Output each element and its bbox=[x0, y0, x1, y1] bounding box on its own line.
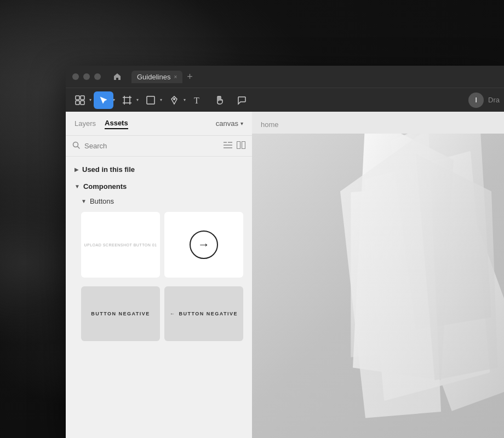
text-button-preview: UPLOAD SCREENSHOT BUTTON 01 bbox=[82, 241, 159, 249]
traffic-light-maximize[interactable] bbox=[94, 73, 101, 80]
canvas-selector[interactable]: canvas ▾ bbox=[216, 119, 243, 128]
main-content: Layers Assets canvas ▾ bbox=[66, 112, 504, 438]
svg-line-12 bbox=[78, 147, 80, 149]
search-input[interactable] bbox=[84, 142, 219, 150]
svg-rect-0 bbox=[76, 96, 79, 100]
list-view-button[interactable] bbox=[224, 141, 232, 151]
btn-negative-grid: BUTTON NEGATIVE ← BUTTON NEGATIVE bbox=[66, 284, 252, 348]
home-label: home bbox=[261, 120, 279, 129]
tabs-area: Guidelines × + bbox=[131, 71, 497, 83]
search-bar bbox=[66, 136, 252, 157]
tool-group-component: ▾ bbox=[70, 91, 91, 109]
tool-text[interactable]: T bbox=[188, 91, 208, 109]
tool-pen[interactable] bbox=[164, 91, 184, 109]
used-in-file-title: Used in this file bbox=[82, 165, 135, 174]
draft-label: Dra bbox=[488, 96, 500, 104]
traffic-light-close[interactable] bbox=[72, 73, 79, 80]
tool-frame[interactable] bbox=[117, 91, 137, 109]
home-icon-button[interactable] bbox=[110, 69, 125, 84]
library-button[interactable] bbox=[237, 141, 245, 151]
svg-rect-1 bbox=[81, 96, 84, 100]
tab-assets[interactable]: Assets bbox=[105, 118, 128, 129]
tool-group-frame: ▾ bbox=[117, 91, 139, 109]
btn-negative-card-1[interactable]: BUTTON NEGATIVE bbox=[81, 286, 160, 341]
canvas-chevron-icon: ▾ bbox=[240, 120, 243, 126]
tool-group-pen: ▾ bbox=[164, 91, 186, 109]
tool-component[interactable] bbox=[70, 91, 90, 109]
tool-group-shape: ▾ bbox=[141, 91, 162, 109]
geometric-background bbox=[252, 134, 504, 438]
svg-point-9 bbox=[173, 98, 175, 100]
panel-body: ▶ Used in this file ▼ Components ▼ Butto… bbox=[66, 157, 252, 438]
tool-group-select: ▾ bbox=[94, 91, 115, 109]
subsection-buttons[interactable]: ▼ Buttons bbox=[66, 195, 252, 210]
panel-tabs: Layers Assets canvas ▾ bbox=[66, 112, 252, 136]
component-card-arrow-button[interactable]: → bbox=[164, 212, 243, 278]
component-grid: UPLOAD SCREENSHOT BUTTON 01 → bbox=[66, 210, 252, 284]
geo-svg bbox=[252, 134, 504, 438]
tool-comment[interactable] bbox=[232, 91, 251, 109]
svg-rect-17 bbox=[237, 142, 240, 149]
toolbar: ▾ ▾ ▾ bbox=[66, 88, 504, 112]
svg-rect-8 bbox=[147, 96, 154, 104]
svg-text:T: T bbox=[194, 96, 199, 105]
component-card-text-button[interactable]: UPLOAD SCREENSHOT BUTTON 01 bbox=[81, 212, 160, 278]
tab-close-icon[interactable]: × bbox=[174, 74, 177, 80]
components-chevron: ▼ bbox=[75, 183, 80, 189]
components-title: Components bbox=[83, 182, 127, 191]
left-panel: Layers Assets canvas ▾ bbox=[66, 112, 252, 438]
btn-negative-card-2[interactable]: ← BUTTON NEGATIVE bbox=[164, 286, 243, 341]
canvas-area[interactable]: home bbox=[252, 112, 504, 438]
new-tab-button[interactable]: + bbox=[184, 71, 196, 83]
toolbar-right: I Dra bbox=[468, 93, 500, 108]
section-components[interactable]: ▼ Components bbox=[66, 178, 252, 195]
section-used-in-file[interactable]: ▶ Used in this file bbox=[66, 161, 252, 178]
title-bar: Guidelines × + bbox=[66, 66, 504, 88]
tab-layers[interactable]: Layers bbox=[75, 118, 96, 129]
buttons-title: Buttons bbox=[90, 197, 114, 205]
search-actions bbox=[224, 141, 245, 151]
arrow-circle-preview: → bbox=[190, 230, 218, 259]
traffic-light-minimize[interactable] bbox=[83, 73, 90, 80]
tool-shape[interactable] bbox=[141, 91, 161, 109]
tool-select[interactable] bbox=[94, 91, 113, 109]
tab-guidelines[interactable]: Guidelines × bbox=[131, 71, 182, 83]
tab-label: Guidelines bbox=[137, 73, 170, 81]
buttons-chevron: ▼ bbox=[81, 198, 87, 204]
app-window: Guidelines × + ▾ bbox=[66, 66, 504, 438]
svg-rect-2 bbox=[76, 101, 79, 105]
used-in-file-chevron: ▶ bbox=[75, 166, 79, 172]
search-icon bbox=[72, 141, 80, 151]
btn-negative-label-2: ← BUTTON NEGATIVE bbox=[170, 311, 238, 316]
tool-hand[interactable] bbox=[210, 91, 230, 109]
btn-negative-label-1: BUTTON NEGATIVE bbox=[91, 311, 150, 316]
svg-rect-3 bbox=[81, 101, 84, 105]
avatar: I bbox=[468, 93, 484, 108]
svg-rect-18 bbox=[242, 142, 245, 149]
